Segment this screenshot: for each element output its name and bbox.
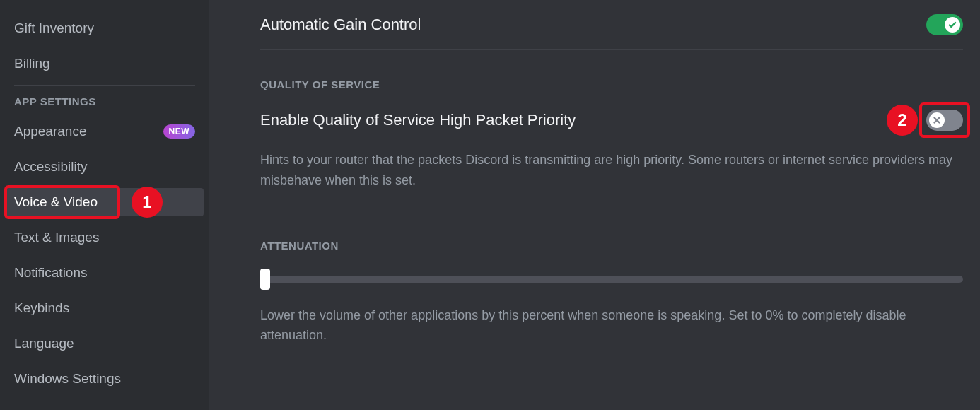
toggle-qos-priority[interactable]	[926, 110, 963, 131]
sidebar-item-windows-settings[interactable]: Windows Settings	[6, 365, 204, 393]
sidebar-item-keybinds[interactable]: Keybinds	[6, 294, 204, 322]
sidebar-item-label: Appearance	[14, 124, 86, 139]
toggle-knob	[945, 17, 960, 33]
sidebar-item-label: Text & Images	[14, 230, 99, 245]
slider-thumb[interactable]	[260, 269, 270, 290]
section-header-qos: QUALITY OF SERVICE	[260, 78, 963, 90]
setting-qos-priority: Enable Quality of Service High Packet Pr…	[260, 105, 963, 136]
sidebar-item-label: Voice & Video	[14, 194, 98, 210]
slider-track	[260, 276, 963, 283]
sidebar-item-notifications[interactable]: Notifications	[6, 259, 204, 287]
x-icon	[932, 115, 942, 125]
sidebar-item-label: Keybinds	[14, 300, 69, 316]
sidebar-divider	[14, 85, 195, 86]
sidebar-item-language[interactable]: Language	[6, 329, 204, 358]
toggle-knob	[929, 112, 945, 128]
sidebar-item-appearance[interactable]: Appearance NEW	[6, 117, 204, 146]
sidebar-item-text-images[interactable]: Text & Images	[6, 223, 204, 252]
sidebar-item-voice-video[interactable]: Voice & Video	[6, 188, 204, 216]
sidebar-item-label: Billing	[14, 56, 50, 71]
sidebar-item-accessibility[interactable]: Accessibility	[6, 153, 204, 181]
section-divider	[260, 211, 963, 211]
settings-sidebar: Gift Inventory Billing APP SETTINGS Appe…	[0, 0, 209, 410]
sidebar-item-billing[interactable]: Billing	[6, 49, 204, 78]
attenuation-slider[interactable]	[260, 266, 963, 294]
sidebar-item-label: Gift Inventory	[14, 20, 94, 36]
setting-label: Automatic Gain Control	[260, 16, 421, 34]
sidebar-item-label: Accessibility	[14, 159, 87, 175]
setting-description: Hints to your router that the packets Di…	[260, 150, 963, 191]
annotation-number: 2	[897, 110, 906, 130]
sidebar-item-label: Language	[14, 336, 74, 351]
settings-content: Automatic Gain Control QUALITY OF SERVIC…	[209, 0, 980, 410]
sidebar-item-label: Notifications	[14, 265, 88, 281]
annotation-marker-2: 2	[887, 105, 918, 136]
sidebar-item-gift-inventory[interactable]: Gift Inventory	[6, 14, 204, 42]
section-divider	[260, 49, 963, 50]
new-badge: NEW	[163, 124, 196, 139]
toggle-auto-gain-control[interactable]	[926, 14, 963, 35]
setting-label: Enable Quality of Service High Packet Pr…	[260, 111, 576, 129]
setting-auto-gain-control: Automatic Gain Control	[260, 14, 963, 35]
sidebar-header-app-settings: APP SETTINGS	[6, 95, 204, 107]
check-icon	[947, 20, 957, 30]
setting-description: Lower the volume of other applications b…	[260, 305, 963, 346]
section-header-attenuation: ATTENUATION	[260, 240, 963, 252]
sidebar-item-label: Windows Settings	[14, 371, 121, 387]
